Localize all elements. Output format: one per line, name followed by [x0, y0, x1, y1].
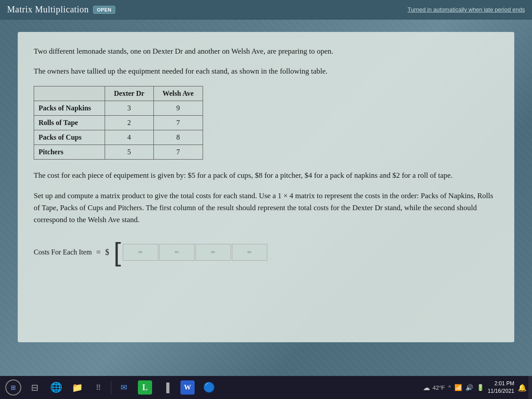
onenote-icon: ▐ [163, 383, 169, 393]
matrix-bracket: [ ✏ ✏ ✏ ✏ [113, 239, 267, 266]
row-dexter-cups: 4 [105, 130, 154, 145]
word-button[interactable]: W [178, 378, 197, 397]
content-card: Two different lemonade stands, one on De… [18, 32, 514, 342]
apps-icon: ⠿ [96, 383, 101, 392]
page-title: Matrix Multiplication [7, 4, 89, 15]
cloud-icon: ☁ [423, 383, 430, 392]
word-icon: W [180, 380, 195, 395]
pencil-icon-3: ✏ [211, 249, 215, 256]
paragraph-3: The cost for each piece of equipement is… [34, 169, 498, 181]
paragraph-4: Set up and compute a matrix product to g… [34, 190, 498, 226]
matrix-cell-1[interactable]: ✏ [123, 244, 158, 261]
taskview-button[interactable]: ⊟ [25, 378, 44, 397]
row-welsh-napkins: 9 [153, 101, 203, 116]
row-label-pitchers: Pitchers [34, 145, 105, 160]
weather-display: ☁ 42°F [423, 383, 445, 392]
battery-icon: 🔋 [477, 384, 484, 391]
matrix-cell-4[interactable]: ✏ [232, 244, 267, 261]
row-label-cups: Packs of Cups [34, 130, 105, 145]
matrix-cell-2[interactable]: ✏ [159, 244, 195, 261]
taskbar-divider-1 [111, 381, 111, 394]
onenote-button[interactable]: ▐ [156, 378, 176, 397]
chrome-icon: 🔵 [203, 382, 215, 393]
title-bar: Matrix Multiplication OPEN Turned in aut… [0, 0, 532, 20]
taskbar-right: ☁ 42°F ^ 📶 🔊 🔋 2:01 PM 11/16/2021 🔔 [423, 380, 529, 395]
notifications-icon[interactable]: 🔔 [518, 383, 527, 392]
l-app-button[interactable]: L [135, 378, 155, 397]
current-date: 11/16/2021 [488, 387, 514, 395]
row-label-napkins: Packs of Napkins [34, 101, 105, 116]
table-row: Rolls of Tape 2 7 [34, 116, 203, 130]
folder-icon: 📁 [72, 382, 83, 393]
time-display: 2:01 PM 11/16/2021 [488, 380, 514, 395]
taskbar: ⊞ ⊟ 🌐 📁 ⠿ ✉ L ▐ W 🔵 ☁ 42°F [0, 376, 532, 399]
table-row: Pitchers 5 7 [34, 145, 203, 160]
title-bar-right: Turned in automatically when late period… [407, 6, 525, 13]
cost-section: Costs For Each Item = $ [ ✏ ✏ ✏ [34, 239, 498, 266]
volume-icon: 🔊 [466, 384, 473, 391]
start-circle[interactable]: ⊞ [5, 379, 21, 395]
row-dexter-tape: 2 [105, 116, 154, 130]
late-period-link[interactable]: late period ends [484, 6, 525, 13]
mail-icon: ✉ [121, 383, 127, 392]
dollar-sign: $ [105, 248, 109, 257]
auto-submit-text: Turned in automatically when [407, 6, 484, 13]
edge-button[interactable]: 🌐 [46, 378, 66, 397]
pencil-icon-2: ✏ [175, 249, 179, 256]
l-app-icon: L [138, 380, 152, 395]
row-dexter-pitchers: 5 [105, 145, 154, 160]
show-desktop-button[interactable] [528, 376, 532, 399]
mail-button[interactable]: ✉ [114, 378, 133, 397]
network-icon: 📶 [454, 384, 462, 391]
row-welsh-cups: 8 [153, 130, 203, 145]
row-label-tape: Rolls of Tape [34, 116, 105, 130]
chrome-button[interactable]: 🔵 [199, 378, 219, 397]
temperature: 42°F [433, 384, 445, 391]
apps-button[interactable]: ⠿ [89, 378, 108, 397]
matrix-cell-3[interactable]: ✏ [196, 244, 231, 261]
notification-expand[interactable]: ^ [448, 384, 451, 391]
bracket-left-icon: [ [113, 239, 121, 266]
table-header-welsh: Welsh Ave [153, 86, 203, 101]
paragraph-2: The owners have tallied up the equipment… [34, 65, 498, 77]
row-welsh-tape: 7 [153, 116, 203, 130]
row-welsh-pitchers: 7 [153, 145, 203, 160]
taskview-icon: ⊟ [31, 382, 39, 393]
pencil-icon-1: ✏ [138, 249, 143, 256]
main-content: Two different lemonade stands, one on De… [0, 20, 532, 351]
start-button[interactable]: ⊞ [4, 378, 23, 397]
table-row: Packs of Cups 4 8 [34, 130, 203, 145]
row-dexter-napkins: 3 [105, 101, 154, 116]
table-header-dexter: Dexter Dr [105, 86, 154, 101]
matrix-cells: ✏ ✏ ✏ ✏ [123, 244, 267, 261]
title-bar-left: Matrix Multiplication OPEN [7, 4, 407, 15]
open-badge: OPEN [93, 6, 115, 14]
equipment-table-container: Dexter Dr Welsh Ave Packs of Napkins 3 9… [34, 86, 498, 160]
current-time: 2:01 PM [488, 380, 514, 387]
cost-label: Costs For Each Item [34, 248, 92, 256]
table-row: Packs of Napkins 3 9 [34, 101, 203, 116]
table-header-empty [34, 86, 105, 101]
windows-icon: ⊞ [11, 384, 16, 391]
file-explorer-button[interactable]: 📁 [67, 378, 87, 397]
edge-icon: 🌐 [50, 382, 62, 393]
paragraph-1: Two different lemonade stands, one on De… [34, 45, 498, 57]
equals-sign: = [96, 248, 101, 257]
pencil-icon-4: ✏ [247, 249, 252, 256]
equipment-table: Dexter Dr Welsh Ave Packs of Napkins 3 9… [34, 86, 203, 160]
